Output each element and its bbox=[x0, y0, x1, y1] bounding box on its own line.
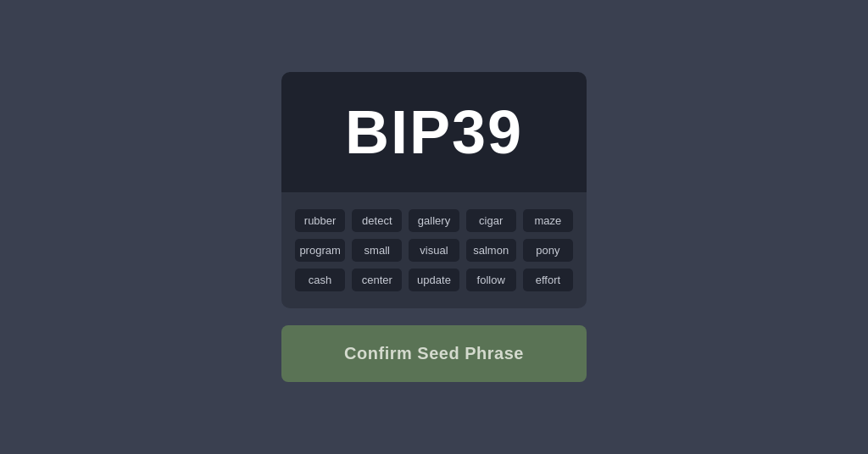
bip-title: BIP39 bbox=[345, 98, 523, 166]
word-chip: effort bbox=[523, 269, 573, 291]
word-chip: maze bbox=[523, 209, 573, 232]
word-chip: center bbox=[352, 269, 402, 291]
word-chip: small bbox=[352, 239, 402, 262]
word-chip: pony bbox=[523, 239, 573, 262]
main-container: BIP39 rubberdetectgallerycigarmazeprogra… bbox=[281, 72, 587, 382]
words-grid: rubberdetectgallerycigarmazeprogramsmall… bbox=[281, 209, 587, 291]
word-chip: update bbox=[409, 269, 459, 291]
confirm-seed-phrase-button[interactable]: Confirm Seed Phrase bbox=[281, 325, 587, 382]
word-chip: visual bbox=[409, 239, 459, 262]
bip-header: BIP39 bbox=[281, 72, 587, 192]
bip39-card: BIP39 rubberdetectgallerycigarmazeprogra… bbox=[281, 72, 587, 308]
word-chip: rubber bbox=[295, 209, 345, 232]
word-chip: cigar bbox=[466, 209, 516, 232]
word-chip: salmon bbox=[466, 239, 516, 262]
word-chip: cash bbox=[295, 269, 345, 291]
word-chip: detect bbox=[352, 209, 402, 232]
word-chip: follow bbox=[466, 269, 516, 291]
word-chip: program bbox=[295, 239, 345, 262]
word-chip: gallery bbox=[409, 209, 459, 232]
